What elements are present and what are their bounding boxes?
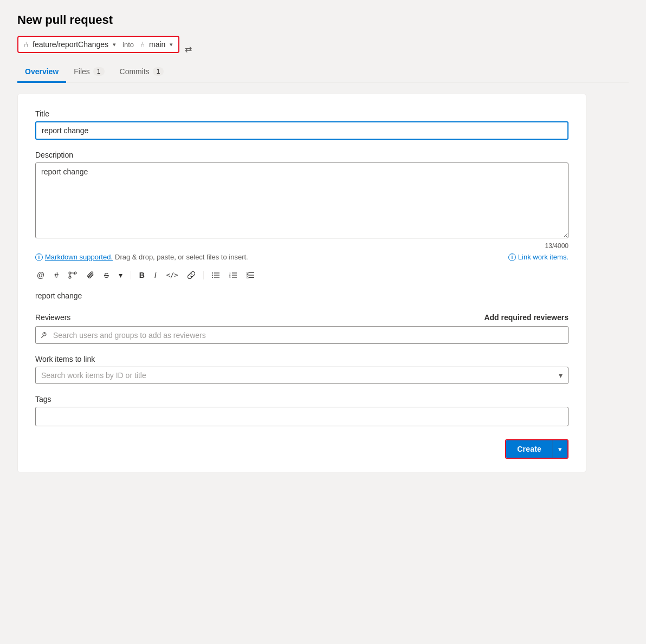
tabs-nav: Overview Files 1 Commits 1 <box>17 62 629 83</box>
toolbar-link-btn[interactable] <box>186 270 197 280</box>
tab-commits-badge: 1 <box>153 67 164 76</box>
work-items-search-box[interactable]: Search work items by ID or title ▾ <box>35 367 569 384</box>
title-section: Title <box>35 109 569 140</box>
work-items-chevron-icon[interactable]: ▾ <box>559 371 563 380</box>
reviewer-search-box[interactable]: Search users and groups to add as review… <box>35 326 569 344</box>
add-required-reviewers-btn[interactable]: Add required reviewers <box>484 313 569 322</box>
tags-section: Tags <box>35 395 569 426</box>
tags-input[interactable] <box>35 407 569 426</box>
svg-rect-7 <box>212 277 213 278</box>
tab-overview[interactable]: Overview <box>17 62 66 83</box>
svg-line-22 <box>41 336 43 338</box>
svg-point-0 <box>69 272 71 274</box>
svg-point-1 <box>74 272 76 274</box>
source-branch-name: feature/reportChanges <box>33 40 108 49</box>
reviewer-search-icon <box>41 330 49 340</box>
toolbar-divider-1 <box>131 271 131 279</box>
toolbar-bold-btn[interactable]: B <box>138 270 146 281</box>
svg-rect-17 <box>247 275 248 276</box>
target-branch-name: main <box>149 40 165 49</box>
create-button-group: Create ▾ <box>505 439 569 459</box>
create-button[interactable]: Create <box>506 440 552 458</box>
work-items-placeholder: Search work items by ID or title <box>41 371 146 380</box>
toolbar-code-btn[interactable]: </> <box>165 270 180 280</box>
source-branch-chevron-icon[interactable]: ▾ <box>113 41 116 48</box>
description-textarea[interactable]: report change <box>35 162 569 238</box>
markdown-info-icon: i <box>35 253 43 261</box>
toolbar-attachment-btn[interactable] <box>85 270 96 280</box>
link-work-items-link[interactable]: Link work items. <box>518 253 569 261</box>
char-count-row: 13/4000 <box>35 242 569 250</box>
pull-request-form: Title Description report change 13/4000 … <box>17 94 586 472</box>
tab-commits[interactable]: Commits 1 <box>112 62 172 83</box>
description-label: Description <box>35 151 569 159</box>
tags-label: Tags <box>35 395 569 404</box>
toolbar-task-list-btn[interactable] <box>245 271 256 279</box>
tab-commits-label: Commits <box>120 67 150 76</box>
svg-rect-5 <box>212 275 213 276</box>
title-label: Title <box>35 109 569 118</box>
char-count: 13/4000 <box>545 242 569 250</box>
toolbar-bullet-list-btn[interactable] <box>210 271 221 279</box>
reviewers-header: Reviewers Add required reviewers <box>35 313 569 322</box>
toolbar-strikethrough-btn[interactable]: S <box>102 270 111 281</box>
reviewers-section: Reviewers Add required reviewers Search … <box>35 313 569 344</box>
source-branch-icon: ⑃ <box>24 40 28 49</box>
toolbar-hash-btn[interactable]: # <box>53 270 60 281</box>
tab-overview-label: Overview <box>25 67 59 76</box>
toolbar-divider-2 <box>203 271 204 279</box>
tab-files-label: Files <box>74 67 90 76</box>
svg-point-21 <box>43 333 46 336</box>
swap-branches-icon[interactable]: ⇄ <box>185 44 192 54</box>
toolbar-more-formatting-btn[interactable]: ▾ <box>117 270 124 281</box>
target-branch-icon: ⑃ <box>140 40 145 49</box>
markdown-info-row: i Markdown supported. Drag & drop, paste… <box>35 253 569 261</box>
toolbar-branch-btn[interactable] <box>67 270 79 280</box>
markdown-link[interactable]: Markdown supported. <box>45 253 113 261</box>
title-input[interactable] <box>35 121 569 140</box>
description-section: Description report change 13/4000 i Mark… <box>35 151 569 302</box>
work-items-label: Work items to link <box>35 355 569 363</box>
create-dropdown-chevron-icon: ▾ <box>558 445 562 453</box>
work-items-section: Work items to link Search work items by … <box>35 355 569 384</box>
toolbar-numbered-list-btn[interactable]: 1.2.3. <box>228 271 238 279</box>
tab-files[interactable]: Files 1 <box>66 62 112 83</box>
form-footer: Create ▾ <box>35 439 569 459</box>
into-text: into <box>122 41 134 49</box>
svg-point-2 <box>69 276 71 278</box>
svg-text:3.: 3. <box>229 276 231 278</box>
description-toolbar: @ # S ▾ B I </> 1.2.3. <box>35 266 569 284</box>
drag-drop-text: Drag & drop, paste, or select files to i… <box>115 253 248 261</box>
svg-rect-3 <box>212 272 213 274</box>
toolbar-italic-btn[interactable]: I <box>153 270 158 281</box>
branch-selector[interactable]: ⑃ feature/reportChanges ▾ into ⑃ main ▾ <box>17 36 179 53</box>
reviewers-label: Reviewers <box>35 313 70 322</box>
target-branch-chevron-icon[interactable]: ▾ <box>170 41 173 48</box>
description-preview: report change <box>35 289 569 302</box>
tab-files-badge: 1 <box>93 67 105 76</box>
page-title: New pull request <box>17 13 629 27</box>
svg-rect-15 <box>247 272 248 274</box>
toolbar-mention-btn[interactable]: @ <box>35 270 46 281</box>
svg-rect-19 <box>247 277 248 278</box>
link-work-items-icon: i <box>508 253 516 261</box>
create-button-dropdown[interactable]: ▾ <box>552 440 567 458</box>
reviewer-search-placeholder: Search users and groups to add as review… <box>53 331 206 340</box>
